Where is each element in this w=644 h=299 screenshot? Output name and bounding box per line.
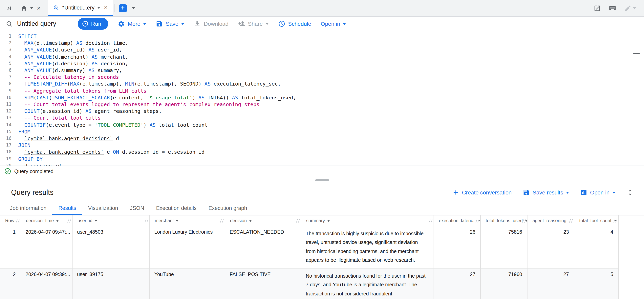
column-resize-handle[interactable]: [296, 219, 300, 223]
column-header-total-tool-count[interactable]: total_tool_count: [574, 215, 618, 226]
editor-scrollbar-thumb[interactable]: [633, 53, 640, 54]
column-header-total-tokens-used[interactable]: total_tokens_used: [480, 215, 527, 226]
run-label: Run: [91, 20, 101, 27]
table-cell: The transaction is highly suspicious due…: [301, 226, 434, 268]
edit-pen-icon: [624, 4, 631, 12]
more-label: More: [128, 20, 140, 27]
untitled-tab-caret-icon[interactable]: [97, 6, 100, 8]
code-line: 2 MAX(d.timestamp) AS decision_time,: [0, 40, 644, 46]
line-number: 20: [0, 162, 18, 166]
table-cell: 2: [0, 268, 20, 299]
schedule-button[interactable]: Schedule: [278, 20, 311, 27]
column-resize-handle[interactable]: [522, 219, 526, 223]
results-open-in-caret-icon: [612, 192, 616, 193]
column-header-execution-latenc[interactable]: execution_latenc...: [434, 215, 480, 226]
open-in-caret-icon: [343, 23, 346, 25]
chart-icon: [580, 189, 587, 196]
query-results-panel: Query results Create conversation Save r…: [0, 184, 644, 299]
share-button[interactable]: Share: [238, 20, 269, 27]
column-header-label: summary: [306, 218, 325, 223]
tab-divider: [47, 4, 47, 12]
sort-caret-icon[interactable]: [249, 220, 252, 222]
tab-strip: × *Untitled...ery × +: [0, 0, 644, 17]
code-text: GROUP BY: [18, 155, 42, 162]
column-resize-handle[interactable]: [16, 219, 20, 223]
expand-panel-icon[interactable]: [626, 189, 634, 196]
table-cell: 27: [527, 268, 574, 299]
tab-divider: [114, 4, 114, 12]
code-text: JOIN: [18, 142, 30, 149]
column-resize-handle[interactable]: [144, 219, 148, 223]
code-line: 16 `cymbal_bank.agent_decisions` d: [0, 135, 644, 142]
column-header-merchant[interactable]: merchant: [150, 215, 225, 226]
home-tab-caret-icon[interactable]: [30, 7, 33, 9]
results-tab-execution-graph[interactable]: Execution graph: [202, 201, 253, 215]
sort-caret-icon[interactable]: [176, 220, 178, 222]
results-open-in-button[interactable]: Open in: [580, 189, 616, 196]
results-tab-json[interactable]: JSON: [124, 201, 150, 215]
panel-resize-handle[interactable]: [315, 179, 329, 181]
open-in-label: Open in: [321, 20, 340, 27]
download-button[interactable]: Download: [194, 20, 228, 27]
close-untitled-tab-icon[interactable]: ×: [103, 4, 108, 11]
column-header-summary[interactable]: summary: [301, 215, 434, 226]
results-tab-job-information[interactable]: Job information: [4, 201, 52, 215]
add-tab-button[interactable]: +: [119, 4, 126, 12]
more-button[interactable]: More: [118, 20, 146, 27]
close-home-tab-icon[interactable]: ×: [36, 4, 42, 12]
collapse-panel-icon[interactable]: [2, 0, 16, 16]
column-resize-handle[interactable]: [67, 219, 71, 223]
sql-editor[interactable]: 1SELECT2 MAX(d.timestamp) AS decision_ti…: [0, 31, 644, 166]
code-line: 10 SUM(CAST(JSON_EXTRACT_SCALAR(e.conten…: [0, 94, 644, 101]
column-resize-handle[interactable]: [220, 219, 224, 223]
download-icon: [194, 20, 201, 27]
line-number: 10: [0, 94, 18, 101]
table-row: 22026-04-07 09:39:...user_39175YouTubeFA…: [0, 268, 618, 299]
column-header-label: total_tokens_used: [486, 218, 523, 223]
code-text: MAX(d.timestamp) AS decision_time,: [18, 40, 128, 46]
column-header-user-id[interactable]: user_id: [72, 215, 150, 226]
code-text: ANY_VALUE(d.merchant) AS merchant,: [18, 53, 128, 60]
schedule-label: Schedule: [288, 20, 311, 27]
column-header-agent-reasoning[interactable]: agent_reasoning_...: [527, 215, 574, 226]
code-line: 4 ANY_VALUE(d.merchant) AS merchant,: [0, 53, 644, 60]
results-tab-execution-details[interactable]: Execution details: [150, 201, 202, 215]
tab-list-caret-icon[interactable]: [132, 7, 135, 9]
line-number: 14: [0, 121, 18, 128]
column-header-decision-time[interactable]: decision_time: [20, 215, 72, 226]
line-number: 19: [0, 155, 18, 162]
results-tab-results[interactable]: Results: [52, 201, 82, 215]
table-cell: YouTube: [150, 268, 225, 299]
column-header-label: merchant: [155, 218, 174, 223]
line-number: 4: [0, 53, 18, 60]
query-title: Untitled query: [17, 20, 56, 27]
column-resize-handle[interactable]: [428, 219, 432, 223]
code-text: ANY_VALUE(d.user_id) AS user_id,: [18, 46, 122, 53]
code-text: -- Count total events logged to represen…: [18, 101, 260, 108]
line-number: 17: [0, 142, 18, 149]
sort-caret-icon[interactable]: [95, 220, 97, 222]
edit-tools-menu[interactable]: [624, 4, 636, 12]
results-tab-visualization[interactable]: Visualization: [82, 201, 124, 215]
table-cell: 2026-04-07 09:39:...: [20, 268, 72, 299]
gear-icon: [118, 20, 125, 27]
save-results-icon: [523, 189, 530, 196]
panel-resize-strip: [0, 177, 644, 184]
column-header-decision[interactable]: decision: [225, 215, 301, 226]
save-results-button[interactable]: Save results: [523, 189, 569, 196]
keyboard-shortcuts-icon[interactable]: [609, 4, 616, 12]
create-conversation-button[interactable]: Create conversation: [452, 189, 512, 196]
table-cell: 71960: [480, 268, 527, 299]
run-button[interactable]: Run: [78, 18, 108, 30]
save-results-label: Save results: [533, 189, 563, 196]
sort-caret-icon[interactable]: [327, 220, 330, 222]
tab-untitled-query[interactable]: *Untitled...ery ×: [48, 0, 113, 16]
tab-home[interactable]: ×: [16, 0, 46, 16]
table-row: 12026-04-07 09:47:...user_48503London Lu…: [0, 226, 618, 268]
column-header-label: user_id: [78, 218, 92, 223]
save-button[interactable]: Save: [156, 20, 184, 27]
open-in-new-tab-icon[interactable]: [594, 4, 601, 12]
open-in-button[interactable]: Open in: [321, 20, 346, 27]
code-line: 1SELECT: [0, 33, 644, 40]
sort-caret-icon[interactable]: [56, 220, 59, 222]
